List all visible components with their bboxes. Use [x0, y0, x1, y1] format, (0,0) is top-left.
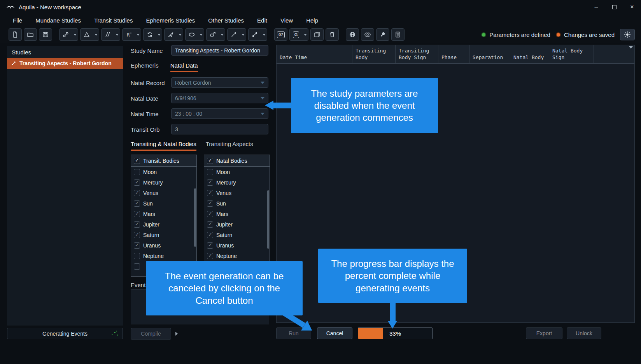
nodes-study-dropdown[interactable] — [248, 28, 267, 41]
natal-date-combobox[interactable]: 6/9/1906 — [171, 93, 268, 103]
menu-other-studies[interactable]: Other Studies — [201, 17, 250, 24]
theme-toggle-button[interactable] — [620, 29, 635, 40]
tab-ephemeris[interactable]: Ephemeris — [131, 62, 159, 72]
retrograde-study-dropdown[interactable]: R — [122, 28, 141, 41]
checkbox[interactable] — [134, 221, 140, 228]
aspect-study-dropdown[interactable] — [59, 28, 78, 41]
natal-record-combobox[interactable]: Robert Gordon — [171, 77, 268, 88]
save-button[interactable] — [39, 28, 52, 41]
checkbox[interactable] — [207, 169, 213, 175]
column-header-separation[interactable]: Separation — [469, 45, 510, 63]
chevron-down-icon[interactable] — [240, 34, 246, 36]
checkbox[interactable] — [207, 242, 213, 249]
transit-bodies-header[interactable]: Transit. Bodies — [131, 155, 196, 167]
checkbox[interactable] — [207, 221, 213, 228]
globe-button[interactable] — [346, 28, 359, 41]
checkbox[interactable] — [207, 211, 213, 217]
list-item[interactable]: Jupiter — [204, 219, 270, 230]
checkbox[interactable] — [207, 232, 213, 238]
column-header-transiting-body[interactable]: Transiting Body — [352, 45, 396, 63]
list-item[interactable]: Venus — [131, 188, 196, 198]
list-item[interactable]: Neptune — [131, 251, 196, 261]
chevron-down-icon[interactable] — [114, 34, 120, 36]
compile-expand-button[interactable] — [173, 328, 180, 339]
checkbox[interactable] — [134, 253, 140, 259]
list-item[interactable]: Sun — [204, 198, 270, 209]
tab-transiting-aspects[interactable]: Transiting Aspects — [206, 141, 253, 151]
cancel-button[interactable]: Cancel — [317, 327, 352, 339]
list-item[interactable]: Mars — [204, 209, 270, 219]
list-item[interactable]: Moon — [131, 167, 196, 177]
scrollbar[interactable] — [267, 167, 269, 276]
list-item[interactable]: Jupiter — [131, 219, 196, 230]
checkbox[interactable] — [134, 190, 140, 196]
tab-transiting-natal-bodies[interactable]: Transiting & Natal Bodies — [131, 141, 196, 151]
menu-edit[interactable]: Edit — [250, 17, 274, 24]
settings-button[interactable] — [376, 28, 389, 41]
minimize-button[interactable]: – — [587, 0, 605, 14]
day-07-button[interactable]: 07 — [274, 28, 287, 41]
checkbox[interactable] — [134, 211, 140, 217]
list-item[interactable]: Neptune — [204, 251, 270, 261]
planet-arrow-study-dropdown[interactable] — [206, 28, 225, 41]
menu-view[interactable]: View — [274, 17, 299, 24]
checkbox[interactable] — [134, 263, 140, 270]
column-header-natal-body-sign[interactable]: Natal Body Sign — [549, 45, 594, 63]
select-all-checkbox[interactable] — [207, 158, 213, 164]
study-name-input[interactable] — [171, 45, 268, 56]
checkbox[interactable] — [207, 253, 213, 259]
checkbox[interactable] — [134, 169, 140, 175]
unlock-button[interactable]: Unlock — [567, 327, 601, 339]
tab-natal-data[interactable]: Natal Data — [170, 62, 198, 72]
chevron-down-icon[interactable] — [219, 34, 225, 36]
scrollbar[interactable] — [194, 167, 196, 276]
sidebar-item-study[interactable]: Transiting Aspects - Robert Gordon — [7, 58, 123, 69]
checkbox[interactable] — [134, 179, 140, 186]
chevron-down-icon[interactable] — [302, 34, 308, 36]
parallel-study-dropdown[interactable] — [101, 28, 120, 41]
maximize-button[interactable] — [605, 0, 623, 14]
g-dropdown[interactable]: G — [289, 28, 308, 41]
chevron-down-icon[interactable] — [93, 34, 99, 36]
checkbox[interactable] — [134, 242, 140, 249]
checkbox[interactable] — [207, 200, 213, 207]
calculator-button[interactable] — [391, 28, 405, 41]
export-button[interactable]: Export — [526, 327, 562, 339]
column-header-natal-body[interactable]: Natal Body — [510, 45, 549, 63]
natal-bodies-header[interactable]: Natal Bodies — [204, 155, 270, 167]
list-item[interactable]: Uranus — [131, 240, 196, 251]
kite-study-dropdown[interactable] — [164, 28, 183, 41]
chevron-down-icon[interactable] — [72, 34, 78, 36]
list-item[interactable]: Venus — [204, 188, 270, 198]
list-item[interactable]: Mercury — [204, 177, 270, 188]
menu-transit-studies[interactable]: Transit Studies — [88, 17, 140, 24]
eclipse-button[interactable] — [361, 28, 374, 41]
column-options-chevron-icon[interactable] — [629, 46, 633, 49]
list-item[interactable]: Uranus — [204, 240, 270, 251]
copy-button[interactable] — [310, 28, 324, 41]
ellipse-study-dropdown[interactable] — [185, 28, 204, 41]
checkbox[interactable] — [207, 179, 213, 186]
chevron-down-icon[interactable] — [198, 34, 204, 36]
chevron-down-icon[interactable] — [261, 34, 267, 36]
transit-orb-input[interactable] — [171, 124, 268, 134]
list-item[interactable]: Moon — [204, 167, 270, 177]
list-item[interactable]: Saturn — [204, 230, 270, 240]
chevron-down-icon[interactable] — [177, 34, 183, 36]
line-node-study-dropdown[interactable] — [227, 28, 246, 41]
column-header-date-time[interactable]: Date Time — [277, 45, 352, 63]
menu-ephemeris-studies[interactable]: Ephemeris Studies — [139, 17, 201, 24]
delete-button[interactable] — [326, 28, 339, 41]
checkbox[interactable] — [134, 232, 140, 238]
list-item[interactable]: Sun — [131, 198, 196, 209]
new-study-button[interactable] — [9, 28, 22, 41]
menu-file[interactable]: File — [6, 17, 29, 24]
cycle-study-dropdown[interactable] — [143, 28, 162, 41]
open-button[interactable] — [24, 28, 37, 41]
menu-mundane-studies[interactable]: Mundane Studies — [29, 17, 88, 24]
natal-time-combobox[interactable]: 23 : 00 : 00 — [171, 108, 268, 119]
select-all-checkbox[interactable] — [134, 158, 140, 164]
chevron-down-icon[interactable] — [156, 34, 162, 36]
triangle-study-dropdown[interactable] — [80, 28, 99, 41]
list-item[interactable]: Mercury — [131, 177, 196, 188]
